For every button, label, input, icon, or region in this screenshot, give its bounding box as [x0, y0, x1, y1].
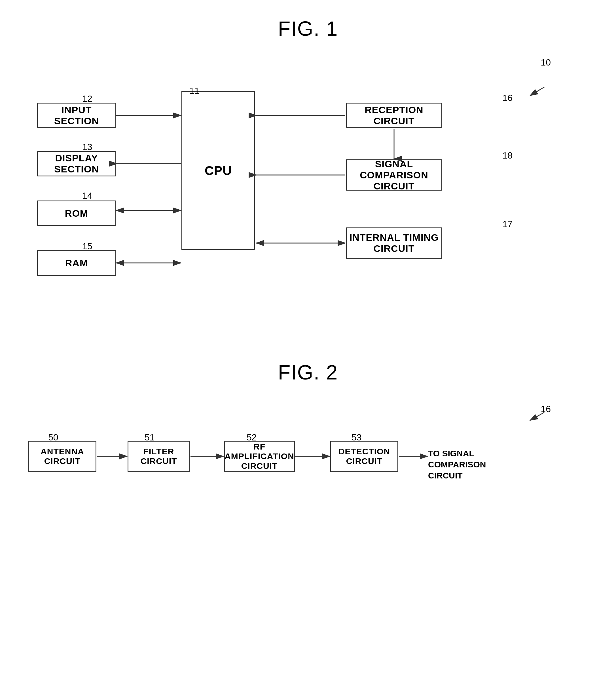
fig1-diagram-area: 10 CPU 11 INPUT SECTION 12 DISPLAY SECTI… [0, 46, 616, 344]
input-section-box: INPUT SECTION [37, 103, 116, 128]
page-container: FIG. 1 10 CPU 11 INPUT SECTION 12 DISPLA… [0, 0, 616, 675]
fig2-diagram-area: 16 ANTENNA CIRCUIT 50 FILTER CIRCUIT 51 … [0, 395, 616, 523]
ref-display: 13 [82, 142, 92, 152]
ref-10: 10 [541, 57, 551, 68]
fig2-ref-detection: 53 [352, 432, 362, 443]
fig2-ref-antenna: 50 [48, 432, 59, 443]
svg-line-5 [530, 87, 544, 95]
ref-ram: 15 [82, 241, 92, 251]
fig1-arrows [0, 46, 616, 344]
filter-circuit-box: FILTER CIRCUIT [127, 441, 190, 472]
ref-rom: 14 [82, 191, 92, 201]
rf-amplification-box: RF AMPLIFICATION CIRCUIT [224, 441, 295, 472]
ref-reception: 16 [502, 93, 513, 103]
cpu-box: CPU [181, 91, 255, 250]
signal-comparison-box: SIGNAL COMPARISON CIRCUIT [346, 159, 442, 191]
detection-circuit-box: DETECTION CIRCUIT [330, 441, 398, 472]
reception-circuit-box: RECEPTION CIRCUIT [346, 103, 442, 128]
display-section-box: DISPLAY SECTION [37, 151, 116, 176]
ref-internal: 17 [502, 219, 513, 229]
fig2-title: FIG. 2 [0, 344, 616, 384]
to-signal-comparison-label: TO SIGNAL COMPARISON CIRCUIT [428, 448, 502, 481]
ram-box: RAM [37, 250, 116, 276]
ref-signal: 18 [502, 150, 513, 161]
fig2-ref-rf: 52 [247, 432, 257, 443]
ref-input: 12 [82, 94, 92, 104]
ref-cpu: 11 [189, 86, 199, 96]
fig2-ref-16: 16 [541, 404, 551, 415]
antenna-circuit-box: ANTENNA CIRCUIT [28, 441, 96, 472]
internal-timing-box: INTERNAL TIMING CIRCUIT [346, 227, 442, 259]
fig1-title: FIG. 1 [0, 0, 616, 40]
rom-box: ROM [37, 201, 116, 226]
fig2-ref-filter: 51 [145, 432, 155, 443]
